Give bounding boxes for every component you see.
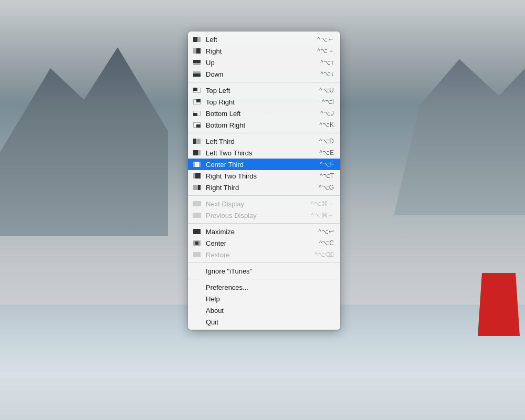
menu-item-previous-display: Previous Display^⌥⌘← [188, 209, 340, 221]
prevdisplay-icon [192, 212, 202, 219]
context-menu: Left^⌥←Right^⌥→Up^⌥↑Down^⌥↓Top Left^⌥UTo… [188, 32, 340, 330]
menu-item-right[interactable]: Right^⌥→ [188, 45, 340, 57]
maximize-icon [192, 228, 202, 235]
menu-item-center[interactable]: Center^⌥C [188, 237, 340, 249]
menu-item-shortcut-right: ^⌥→ [317, 47, 334, 55]
menu-item-label-right-two-thirds: Right Two Thirds [206, 172, 316, 180]
menu-item-label-bottom-left: Bottom Left [206, 110, 316, 118]
menu-item-label-previous-display: Previous Display [206, 212, 307, 219]
menu-item-label-center-third: Center Third [206, 161, 316, 169]
menu-item-shortcut-left-two-thirds: ^⌥E [319, 149, 334, 156]
menu-item-left[interactable]: Left^⌥← [188, 34, 340, 45]
menu-item-shortcut-bottom-left: ^⌥J [320, 110, 334, 117]
menu-divider [188, 195, 340, 196]
menu-item-bottom-right[interactable]: Bottom Right^⌥K [188, 119, 340, 131]
menu-item-label-help: Help [206, 295, 334, 303]
menu-item-label-next-display: Next Display [206, 200, 307, 208]
menu-item-shortcut-right-two-thirds: ^⌥T [320, 172, 334, 180]
right-icon [192, 47, 202, 55]
bottomleft-icon [192, 110, 202, 117]
menu-divider [188, 262, 340, 263]
menu-item-bottom-left[interactable]: Bottom Left^⌥J [188, 108, 340, 119]
boat [478, 273, 520, 336]
centerthird-icon [192, 161, 202, 168]
bottomright-icon [192, 121, 202, 129]
menu-item-label-center: Center [206, 239, 315, 247]
menu-item-maximize[interactable]: Maximize^⌥↩ [188, 226, 340, 237]
menu-item-top-left[interactable]: Top Left^⌥U [188, 85, 340, 96]
restore-icon [192, 251, 202, 258]
center-icon [192, 239, 202, 247]
menu-item-shortcut-down: ^⌥↓ [320, 70, 334, 78]
menu-item-up[interactable]: Up^⌥↑ [188, 57, 340, 68]
nextdisplay-icon [192, 200, 202, 207]
menu-item-preferences[interactable]: Preferences... [188, 281, 340, 293]
menu-item-label-ignore-itunes: Ignore "iTunes" [206, 267, 334, 275]
left-icon [192, 36, 202, 43]
menu-item-next-display: Next Display^⌥⌘→ [188, 198, 340, 209]
topright-icon [192, 98, 202, 106]
menu-item-shortcut-top-left: ^⌥U [319, 87, 334, 94]
menu-item-help[interactable]: Help [188, 293, 340, 304]
menu-divider [188, 82, 340, 82]
menu-item-shortcut-restore: ^⌥⌫ [314, 251, 334, 258]
down-icon [192, 70, 202, 78]
menu-item-label-preferences: Preferences... [206, 284, 334, 291]
menu-item-shortcut-bottom-right: ^⌥K [319, 121, 334, 129]
menu-divider [188, 223, 340, 224]
menu-item-label-about: About [206, 307, 334, 314]
menu-item-shortcut-left: ^⌥← [317, 36, 334, 43]
menu-item-left-two-thirds[interactable]: Left Two Thirds^⌥E [188, 147, 340, 159]
menu-item-shortcut-up: ^⌥↑ [320, 59, 334, 66]
menu-item-label-top-left: Top Left [206, 87, 315, 94]
menu-item-label-left-third: Left Third [206, 138, 315, 145]
menu-item-shortcut-top-right: ^⌥I [322, 98, 334, 106]
menu-item-shortcut-right-third: ^⌥G [319, 184, 334, 191]
menu-item-label-down: Down [206, 70, 316, 78]
menu-item-right-two-thirds[interactable]: Right Two Thirds^⌥T [188, 170, 340, 182]
menu-divider [188, 133, 340, 133]
menu-item-center-third[interactable]: Center Third^⌥F [188, 159, 340, 170]
menu-item-ignore-itunes[interactable]: Ignore "iTunes" [188, 265, 340, 277]
menu-item-quit[interactable]: Quit [188, 316, 340, 328]
menu-item-shortcut-left-third: ^⌥D [319, 138, 334, 145]
menu-item-down[interactable]: Down^⌥↓ [188, 68, 340, 80]
menu-item-shortcut-next-display: ^⌥⌘→ [311, 200, 334, 207]
menu-item-restore: Restore^⌥⌫ [188, 249, 340, 260]
menu-item-top-right[interactable]: Top Right^⌥I [188, 96, 340, 108]
topleft-icon [192, 87, 202, 94]
lefttwothirds-icon [192, 149, 202, 156]
menu-item-label-maximize: Maximize [206, 228, 314, 236]
righttwothirds-icon [192, 172, 202, 180]
leftthird-icon [192, 138, 202, 145]
menu-item-right-third[interactable]: Right Third^⌥G [188, 182, 340, 193]
menu-item-label-right: Right [206, 47, 313, 55]
menu-item-label-up: Up [206, 59, 316, 67]
menu-item-shortcut-center-third: ^⌥F [320, 161, 334, 168]
menu-item-label-restore: Restore [206, 251, 310, 259]
menu-item-label-left-two-thirds: Left Two Thirds [206, 149, 315, 157]
menu-item-shortcut-maximize: ^⌥↩ [318, 228, 334, 235]
menu-item-label-left: Left [206, 36, 313, 44]
menu-item-shortcut-center: ^⌥C [319, 239, 334, 247]
up-icon [192, 59, 202, 66]
rightthird-icon [192, 184, 202, 191]
menu-item-label-quit: Quit [206, 318, 334, 326]
menu-item-left-third[interactable]: Left Third^⌥D [188, 135, 340, 147]
menu-item-label-right-third: Right Third [206, 184, 314, 192]
menu-item-label-top-right: Top Right [206, 98, 318, 106]
menu-item-about[interactable]: About [188, 304, 340, 316]
menu-divider [188, 279, 340, 279]
menu-item-label-bottom-right: Bottom Right [206, 121, 315, 129]
menu-item-shortcut-previous-display: ^⌥⌘← [311, 212, 334, 219]
